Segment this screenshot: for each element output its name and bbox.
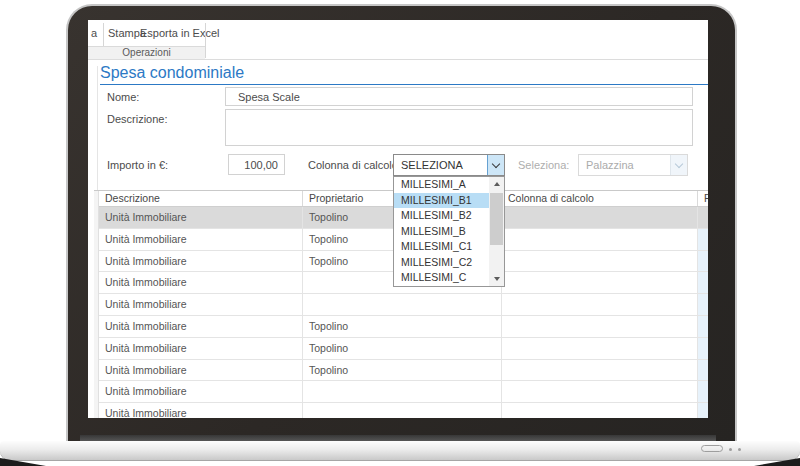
arrow-down-icon: [494, 277, 500, 281]
table-cell: [303, 381, 502, 402]
scrollbar-down-button[interactable]: [489, 272, 504, 286]
table-cell: Unità Immobiliare: [99, 316, 303, 337]
table-cell: Topolino: [303, 360, 502, 381]
table-row[interactable]: Unità Immobiliare: [99, 294, 708, 316]
colonna-combobox-value: SELEZIONA: [401, 155, 486, 175]
table-cell: [698, 207, 708, 228]
dropdown-option[interactable]: MILLESIMI_C1: [394, 239, 489, 255]
table-cell: Topolino: [303, 338, 502, 359]
table-cell: Unità Immobiliare: [99, 272, 303, 293]
table-row[interactable]: Unità ImmobiliareTopolino: [99, 338, 708, 360]
seleziona-combobox-value: Palazzina: [586, 155, 669, 175]
table-cell: [698, 272, 708, 293]
dropdown-option[interactable]: MILLESIMI_B2: [394, 208, 489, 224]
descrizione-textarea[interactable]: [225, 109, 693, 146]
colonna-di-calcolo-combobox[interactable]: SELEZIONA: [393, 154, 505, 176]
seleziona-label: Seleziona:: [518, 159, 569, 171]
table-row[interactable]: Unità Immobiliare: [99, 403, 708, 418]
laptop-base-dot: [738, 448, 741, 451]
table-cell: [698, 251, 708, 272]
table-cell: [698, 229, 708, 250]
table-cell: Unità Immobiliare: [99, 229, 303, 250]
table-cell: [502, 272, 698, 293]
table-cell: Unità Immobiliare: [99, 294, 303, 315]
arrow-up-icon: [494, 182, 500, 186]
page-title: Spesa condominiale: [100, 64, 244, 82]
nome-input[interactable]: [225, 87, 693, 106]
table-row[interactable]: Unità ImmobiliareTopolino: [99, 316, 708, 338]
dropdown-options: MILLESIMI_AMILLESIMI_B1MILLESIMI_B2MILLE…: [394, 177, 489, 286]
dropdown-option[interactable]: MILLESIMI_B: [394, 224, 489, 240]
table-cell: [698, 360, 708, 381]
dropdown-scrollbar[interactable]: [489, 177, 504, 286]
ribbon-toolbar: a Stampa Esporta in Excel Operazioni: [88, 20, 708, 60]
table-cell: [502, 207, 698, 228]
scrollbar-thumb[interactable]: [490, 193, 503, 245]
table-cell: Unità Immobiliare: [99, 207, 303, 228]
laptop-mockup: a Stampa Esporta in Excel Operazioni Spe…: [0, 0, 800, 466]
laptop-base: [0, 441, 800, 461]
importo-input[interactable]: [228, 154, 285, 175]
table-cell: [303, 294, 502, 315]
esporta-in-excel-button[interactable]: Esporta in Excel: [140, 20, 219, 46]
table-cell: [698, 316, 708, 337]
colonna-dropdown-list: MILLESIMI_AMILLESIMI_B1MILLESIMI_B2MILLE…: [393, 176, 505, 287]
dropdown-option[interactable]: MILLESIMI_C2: [394, 255, 489, 271]
colonna-di-calcolo-label: Colonna di calcolo:: [308, 159, 401, 171]
table-cell: Unità Immobiliare: [99, 381, 303, 402]
table-cell: Unità Immobiliare: [99, 338, 303, 359]
combobox-dropdown-button[interactable]: [670, 155, 687, 175]
column-header[interactable]: Rip: [698, 191, 708, 206]
table-cell: [698, 338, 708, 359]
column-header[interactable]: Descrizione: [99, 191, 303, 206]
table-cell: [698, 381, 708, 402]
table-cell: Unità Immobiliare: [99, 360, 303, 381]
table-cell: [502, 229, 698, 250]
table-cell: Unità Immobiliare: [99, 251, 303, 272]
app-screen: a Stampa Esporta in Excel Operazioni Spe…: [88, 20, 708, 418]
chevron-down-icon: [675, 159, 683, 167]
table-cell: [502, 316, 698, 337]
table-cell: [502, 338, 698, 359]
table-row[interactable]: Unità Immobiliare: [99, 381, 708, 403]
nome-label: Nome:: [107, 91, 139, 103]
table-cell: [303, 403, 502, 418]
laptop-base-dot: [729, 448, 732, 451]
table-cell: Topolino: [303, 316, 502, 337]
title-underline: [100, 84, 708, 85]
panel-left-border: [97, 66, 98, 190]
chevron-down-icon: [492, 159, 500, 167]
dropdown-option[interactable]: MILLESIMI_B1: [394, 193, 489, 209]
table-cell: [502, 294, 698, 315]
dropdown-option[interactable]: MILLESIMI_C: [394, 270, 489, 286]
ribbon-group-border: [205, 23, 206, 58]
table-cell: Unità Immobiliare: [99, 403, 303, 418]
dropdown-option[interactable]: MILLESIMI_A: [394, 177, 489, 193]
combobox-dropdown-button[interactable]: [487, 155, 504, 175]
table-cell: [698, 403, 708, 418]
column-header[interactable]: Colonna di calcolo: [502, 191, 698, 206]
descrizione-label: Descrizione:: [107, 113, 168, 125]
table-cell: [698, 294, 708, 315]
seleziona-combobox-disabled[interactable]: Palazzina: [578, 154, 688, 176]
laptop-latch-notch: [701, 445, 723, 452]
table-cell: [502, 403, 698, 418]
ribbon-group-label: Operazioni: [88, 46, 205, 59]
importo-label: Importo in €:: [107, 159, 168, 171]
table-cell: [502, 381, 698, 402]
scrollbar-up-button[interactable]: [489, 177, 504, 191]
table-cell: [502, 251, 698, 272]
table-row[interactable]: Unità ImmobiliareTopolino: [99, 360, 708, 382]
table-cell: [502, 360, 698, 381]
clipped-ribbon-button[interactable]: a: [91, 20, 97, 46]
